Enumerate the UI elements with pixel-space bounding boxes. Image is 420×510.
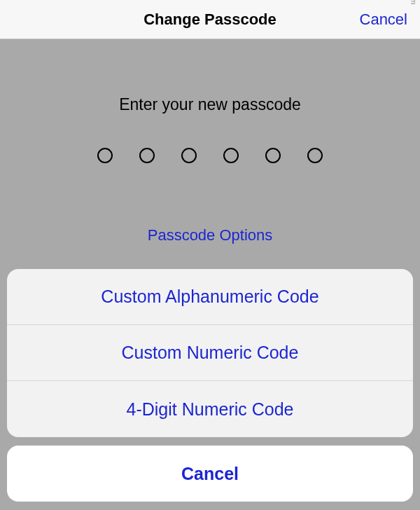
page-title: Change Passcode (144, 11, 276, 29)
passcode-dot (223, 148, 239, 163)
action-sheet: Custom Alphanumeric Code Custom Numeric … (0, 263, 420, 510)
action-sheet-options: Custom Alphanumeric Code Custom Numeric … (7, 269, 413, 437)
content-area: Enter your new passcode Passcode Options (0, 39, 420, 244)
watermark-text: wsxdn.com (410, 0, 418, 5)
passcode-dot (307, 148, 323, 163)
passcode-dot (139, 148, 155, 163)
option-custom-alphanumeric[interactable]: Custom Alphanumeric Code (7, 269, 413, 325)
passcode-dot (181, 148, 197, 163)
passcode-dots (0, 148, 420, 163)
prompt-text: Enter your new passcode (0, 95, 420, 114)
navbar-cancel-button[interactable]: Cancel (360, 11, 407, 29)
option-4-digit-numeric[interactable]: 4-Digit Numeric Code (7, 381, 413, 437)
option-custom-numeric[interactable]: Custom Numeric Code (7, 325, 413, 381)
passcode-dot (265, 148, 281, 163)
navigation-bar: Change Passcode Cancel (0, 0, 420, 39)
passcode-options-link[interactable]: Passcode Options (0, 226, 420, 244)
passcode-dot (97, 148, 113, 163)
action-sheet-cancel-button[interactable]: Cancel (7, 446, 413, 502)
